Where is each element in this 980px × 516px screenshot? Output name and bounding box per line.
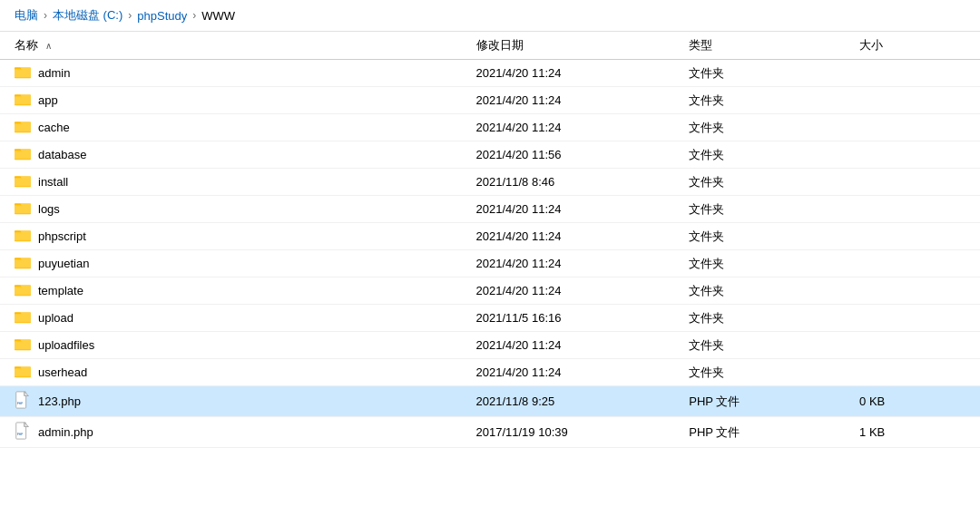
file-name-cell: admin xyxy=(0,60,469,86)
table-row[interactable]: cache 2021/4/20 11:24 文件夹 xyxy=(0,114,980,141)
folder-icon xyxy=(15,255,31,272)
folder-icon xyxy=(15,92,31,109)
svg-rect-32 xyxy=(15,341,31,349)
file-type-cell: 文件夹 xyxy=(681,359,852,386)
file-size-cell xyxy=(852,223,980,250)
breadcrumb-www: WWW xyxy=(201,9,235,23)
folder-icon xyxy=(15,119,31,136)
table-row[interactable]: admin 2021/4/20 11:24 文件夹 xyxy=(0,60,980,87)
file-name-label: 123.php xyxy=(38,394,81,408)
breadcrumb-sep-1: › xyxy=(44,9,47,22)
file-type-cell: 文件夹 xyxy=(681,169,852,196)
sort-arrow-name: ∧ xyxy=(45,41,52,51)
file-date-cell: 2021/4/20 11:24 xyxy=(469,223,682,250)
file-date-cell: 2021/11/5 16:16 xyxy=(469,305,682,332)
table-row[interactable]: upload 2021/11/5 16:16 文件夹 xyxy=(0,305,980,332)
file-name-cell: PHP admin.php xyxy=(0,417,469,447)
col-header-size[interactable]: 大小 xyxy=(852,32,980,60)
file-name-cell: PHP 123.php xyxy=(0,386,469,416)
svg-rect-35 xyxy=(15,368,31,376)
file-type-cell: 文件夹 xyxy=(681,332,852,359)
file-name-cell: logs xyxy=(0,196,469,222)
php-file-icon: PHP xyxy=(15,391,31,412)
file-name-cell: puyuetian xyxy=(0,250,469,277)
file-date-cell: 2021/11/8 9:25 xyxy=(469,386,682,417)
file-size-cell: 1 KB xyxy=(852,417,980,448)
folder-icon xyxy=(15,200,31,218)
breadcrumb-sep-3: › xyxy=(192,9,196,22)
file-type-cell: 文件夹 xyxy=(681,60,852,87)
folder-icon xyxy=(15,364,31,381)
file-name-cell: cache xyxy=(0,114,469,141)
file-name-label: app xyxy=(38,93,58,107)
file-list-container: 名称 ∧ 修改日期 类型 大小 xyxy=(0,32,980,511)
file-date-cell: 2021/4/20 11:56 xyxy=(469,141,682,169)
file-name-label: logs xyxy=(38,202,60,216)
file-date-cell: 2021/4/20 11:24 xyxy=(469,332,682,359)
breadcrumb-phpstudy[interactable]: phpStudy xyxy=(137,9,187,23)
svg-rect-11 xyxy=(15,151,31,159)
breadcrumb-pc[interactable]: 电脑 xyxy=(15,7,38,24)
file-name-label: cache xyxy=(38,121,70,134)
svg-rect-2 xyxy=(15,69,31,77)
folder-icon xyxy=(15,173,31,190)
breadcrumb-sep-2: › xyxy=(128,9,132,22)
file-name-cell: database xyxy=(0,141,469,168)
svg-marker-37 xyxy=(24,392,29,396)
table-row[interactable]: PHP 123.php 2021/11/8 9:25 PHP 文件 0 KB xyxy=(0,386,980,417)
folder-icon xyxy=(15,228,31,245)
file-type-cell: 文件夹 xyxy=(681,196,852,223)
file-type-cell: 文件夹 xyxy=(681,114,852,141)
table-row[interactable]: userhead 2021/4/20 11:24 文件夹 xyxy=(0,359,980,386)
svg-rect-5 xyxy=(15,96,31,104)
svg-text:PHP: PHP xyxy=(17,433,24,436)
file-date-cell: 2021/11/8 8:46 xyxy=(469,169,682,196)
table-row[interactable]: uploadfiles 2021/4/20 11:24 文件夹 xyxy=(0,332,980,359)
breadcrumb-c[interactable]: 本地磁盘 (C:) xyxy=(53,7,122,24)
file-name-label: uploadfiles xyxy=(38,338,94,352)
file-name-cell: phpscript xyxy=(0,223,469,249)
table-row[interactable]: template 2021/4/20 11:24 文件夹 xyxy=(0,277,980,305)
table-row[interactable]: database 2021/4/20 11:56 文件夹 xyxy=(0,141,980,169)
file-name-cell: template xyxy=(0,277,469,304)
file-date-cell: 2021/4/20 11:24 xyxy=(469,87,682,114)
svg-rect-29 xyxy=(15,314,31,322)
file-name-label: phpscript xyxy=(38,229,86,243)
file-date-cell: 2021/4/20 11:24 xyxy=(469,60,682,87)
table-row[interactable]: phpscript 2021/4/20 11:24 文件夹 xyxy=(0,223,980,250)
file-name-label: puyuetian xyxy=(38,257,89,270)
php-file-icon: PHP xyxy=(15,422,31,443)
svg-marker-40 xyxy=(24,423,29,427)
file-date-cell: 2021/4/20 11:24 xyxy=(469,114,682,141)
file-size-cell xyxy=(852,196,980,223)
file-type-cell: 文件夹 xyxy=(681,141,852,169)
file-type-cell: 文件夹 xyxy=(681,223,852,250)
file-type-cell: 文件夹 xyxy=(681,87,852,114)
file-size-cell xyxy=(852,332,980,359)
table-header-row: 名称 ∧ 修改日期 类型 大小 xyxy=(0,32,980,60)
file-size-cell xyxy=(852,250,980,277)
col-header-name[interactable]: 名称 ∧ xyxy=(0,32,469,60)
file-date-cell: 2021/4/20 11:24 xyxy=(469,250,682,277)
table-row[interactable]: PHP admin.php 2017/11/19 10:39 PHP 文件 1 … xyxy=(0,417,980,448)
col-header-type[interactable]: 类型 xyxy=(681,32,852,60)
table-row[interactable]: install 2021/11/8 8:46 文件夹 xyxy=(0,169,980,196)
folder-icon xyxy=(15,146,31,163)
table-row[interactable]: app 2021/4/20 11:24 文件夹 xyxy=(0,87,980,114)
file-name-cell: app xyxy=(0,87,469,113)
file-name-label: admin.php xyxy=(38,425,93,439)
table-row[interactable]: puyuetian 2021/4/20 11:24 文件夹 xyxy=(0,250,980,277)
file-table: 名称 ∧ 修改日期 类型 大小 xyxy=(0,32,980,448)
file-size-cell xyxy=(852,87,980,114)
file-name-cell: userhead xyxy=(0,359,469,385)
svg-rect-17 xyxy=(15,205,31,213)
svg-rect-14 xyxy=(15,178,31,186)
file-type-cell: 文件夹 xyxy=(681,250,852,277)
folder-icon xyxy=(15,64,31,82)
file-size-cell xyxy=(852,305,980,332)
file-date-cell: 2021/4/20 11:24 xyxy=(469,359,682,386)
col-header-date[interactable]: 修改日期 xyxy=(469,32,682,60)
table-row[interactable]: logs 2021/4/20 11:24 文件夹 xyxy=(0,196,980,223)
file-date-cell: 2021/4/20 11:24 xyxy=(469,277,682,305)
file-type-cell: 文件夹 xyxy=(681,277,852,305)
